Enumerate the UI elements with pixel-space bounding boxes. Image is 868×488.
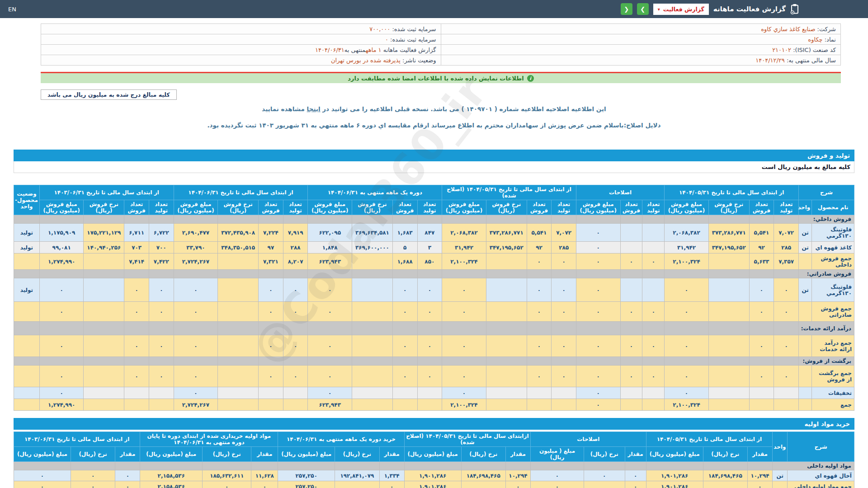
info-value: ۱ ماهه [366,47,382,53]
column-header: تعداد تولید [552,200,576,215]
column-header: مبلغ (میلیون ریال) [404,447,461,462]
value-cell: ۰ [124,278,149,302]
value-cell [774,387,799,399]
value-cell: ۷,۲۲۴ [259,224,283,242]
value-cell: ۰ [747,481,772,488]
value-cell: ۱,۶۸۳ [392,224,417,242]
category-cell [218,270,259,278]
next-report-button[interactable]: ❯ [637,3,649,15]
value-cell: ۰ [259,278,283,302]
value-cell [642,387,665,399]
table-row: جمع۲,۱۰۰,۳۲۴۰۲,۱۰۰,۳۲۴۶۲۳,۹۴۳۲,۷۲۴,۲۶۷۱,… [14,399,854,411]
value-cell [218,399,259,411]
value-cell [392,387,417,399]
value-cell: ۰ [283,278,308,302]
category-cell [749,270,774,278]
column-header: مقدار [379,447,404,462]
value-cell: ۰ [308,366,352,387]
value-cell [218,253,259,270]
value-cell [84,335,124,357]
previous-version-link[interactable]: اینجا [307,105,321,113]
value-cell [486,335,527,357]
amendment-post: مشاهده نمایید [262,105,307,113]
value-cell: ۲,۰۶۸,۳۸۲ [665,224,709,242]
value-cell: ۰ [442,387,486,399]
value-cell [708,387,749,399]
value-cell: ۱,۹۰۱,۲۸۶ [404,470,461,481]
category-cell [642,322,665,335]
value-cell: ۰ [203,481,251,488]
column-group-header: شرح [799,185,854,200]
value-cell [218,387,259,399]
value-cell [149,387,174,399]
value-cell [708,302,749,322]
value-cell: ۰ [14,470,71,481]
value-cell: ۳۱,۹۴۲ [665,242,709,253]
value-cell: ۰ [625,481,646,488]
status-cell: تولید [14,224,40,242]
category-cell [665,215,709,224]
value-cell: ۰ [620,253,642,270]
value-cell: ۰ [115,481,140,488]
category-cell [283,357,308,366]
table-row: جمع درآمد ارائه خدمات۰۰۰۰۰۰۰۰۰۰۰۰۰۰۰۰۰۰ [14,335,854,357]
value-cell: ۱,۹۰۱,۲۸۶ [646,481,703,488]
signature-match-text: اطلاعات نمایش داده شده با اطلاعات امضا ش… [348,75,524,82]
value-cell: ۰ [749,278,774,302]
value-cell: ۳۴۷,۱۹۵,۶۵۲ [486,242,527,253]
category-cell [352,215,393,224]
header-group-row: شرحواحداز ابتدای سال مالی تا تاریخ ۱۴۰۴/… [14,432,854,447]
value-cell: ۱۹۲,۸۴۱,۰۷۹ [335,470,379,481]
column-header: مبلغ فروش (میلیون ریال) [665,200,709,215]
value-cell: ۲۵۷,۲۵۰ [278,470,335,481]
value-cell: ۲,۱۵۸,۵۳۶ [140,481,203,488]
value-cell: ۰ [442,278,486,302]
value-cell: ۲۸۵ [774,242,799,253]
value-cell: ۰ [642,253,665,270]
value-cell: ۰ [259,335,283,357]
value-cell: ۰ [527,302,552,322]
report-type-button[interactable]: گزارش فعالیت ▾ [653,4,709,15]
value-cell [708,399,749,411]
product-name-cell: فلوتینگ ۱۳۰گرمي [812,278,854,302]
value-cell: ۰ [283,335,308,357]
category-cell [584,462,625,470]
unit-cell [799,387,812,399]
value-cell: ۷,۰۷۲ [774,224,799,242]
category-cell [576,322,620,335]
value-cell: ۳۶۹,۶۰۰,۰۰۰ [352,242,393,253]
category-cell [708,270,749,278]
previous-report-button[interactable]: ❮ [621,3,632,15]
value-cell [642,278,665,302]
column-group-header: واحد [773,432,788,462]
value-cell: ۷۰۳ [124,242,149,253]
value-cell [486,302,527,322]
column-group-header: شرح [788,432,854,462]
value-cell: ۷,۹۱۹ [283,224,308,242]
info-value: صنایع کاغذ سازي کاوه [761,26,815,33]
column-group-header: از ابتدای سال مالی تا تاریخ ۱۴۰۳/۰۶/۳۱ [39,185,174,200]
report-body: تولید و فروش کلیه مبالغ به میلیون ریال ا… [14,150,854,488]
value-cell: ۷,۳۵۷ [774,253,799,270]
status-cell [14,366,40,387]
value-cell [84,253,124,270]
value-cell: ۰ [576,242,620,253]
language-toggle[interactable]: EN [8,6,16,13]
value-cell: ۰ [576,335,620,357]
category-cell [218,215,259,224]
column-header: تعداد فروش [392,200,417,215]
category-label: فروش صادراتي: [799,270,854,278]
category-label: درآمد ارائه خدمات: [799,322,854,335]
value-cell [708,278,749,302]
value-cell: ۳۱,۹۴۲ [442,242,486,253]
category-row: درآمد ارائه خدمات: [14,322,854,335]
value-cell: ۲,۱۰۰,۳۲۴ [442,399,486,411]
category-label: فروش داخلي: [799,215,854,224]
column-header: نرخ (ریال) [71,447,115,462]
sales-table-container: شرحاز ابتدای سال مالی تا تاریخ ۱۴۰۴/۰۵/۳… [14,185,854,411]
value-cell: ۷۰۰ [149,242,174,253]
category-cell [708,215,749,224]
column-group-header: اصلاحات [530,432,646,447]
value-cell: ۱۷۵,۲۲۱,۱۲۹ [84,224,124,242]
category-cell [140,462,203,470]
